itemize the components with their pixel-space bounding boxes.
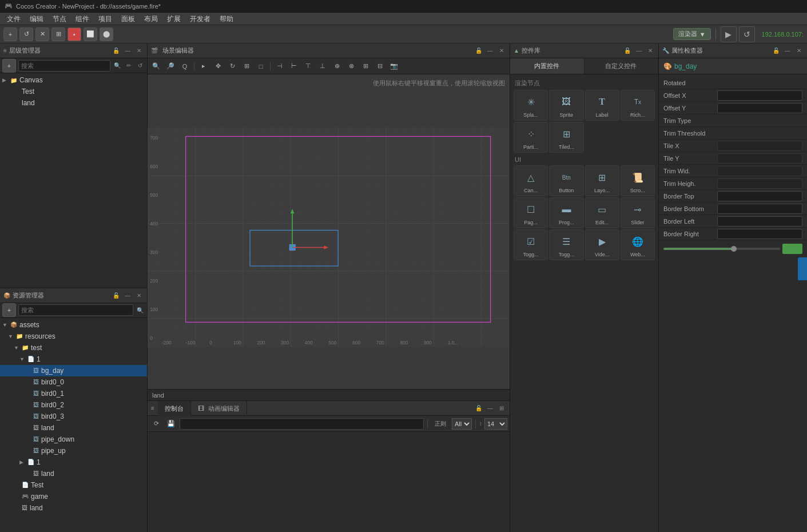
assets-test-node[interactable]: ▼ 📁 test: [0, 342, 147, 354]
comp-particle[interactable]: ⁘ Parti...: [514, 122, 548, 153]
tree-canvas[interactable]: ▶ 📁 Canvas: [0, 74, 147, 86]
comp-tiled[interactable]: ⊞ Tiled...: [549, 122, 583, 153]
console-regex-btn[interactable]: 正则: [431, 418, 450, 430]
assets-bird2-node[interactable]: 🖼 bird0_2: [0, 399, 147, 411]
tiley-input[interactable]: [717, 153, 802, 164]
assets-minimize-btn[interactable]: —: [123, 291, 132, 300]
control-expand-btn[interactable]: ⊞: [497, 404, 506, 413]
comp-button[interactable]: Btn Button: [549, 165, 583, 196]
comp-toggle[interactable]: ☑ Togg...: [514, 229, 548, 260]
toolbar-small-btn[interactable]: ▪: [67, 27, 81, 41]
console-filter-select[interactable]: All: [452, 418, 472, 430]
assets-add-btn[interactable]: +: [2, 303, 16, 317]
comp-lib-tab-builtin[interactable]: 内置控件: [510, 58, 585, 74]
comp-sprite[interactable]: 🖼 Sprite: [549, 90, 583, 121]
assets-1b-node[interactable]: ▶ 📄 1: [0, 456, 147, 468]
offsety-input[interactable]: [717, 103, 802, 113]
comp-canvas[interactable]: △ Can...: [514, 165, 548, 196]
control-unlock-btn[interactable]: 🔓: [474, 404, 483, 413]
move-btn[interactable]: ✥: [212, 60, 224, 73]
bordertop-input[interactable]: [717, 191, 802, 201]
assets-close-btn[interactable]: ✕: [134, 291, 144, 300]
assets-bird0-node[interactable]: 🖼 bird0_0: [0, 376, 147, 388]
comp-webview[interactable]: 🌐 Web...: [621, 229, 655, 260]
menu-layout[interactable]: 布局: [140, 13, 162, 25]
borderbottom-input[interactable]: [717, 204, 802, 214]
comp-edit[interactable]: ▭ Edit...: [585, 197, 619, 228]
control-minimize-btn[interactable]: —: [486, 404, 495, 413]
align-bottom-btn[interactable]: ⊥: [316, 60, 329, 73]
assets-pipeup-node[interactable]: 🖼 pipe_up: [0, 445, 147, 456]
slider-value-input[interactable]: 0.6: [782, 244, 802, 254]
align-hcenter-btn[interactable]: ⊕: [331, 60, 343, 73]
assets-game-node[interactable]: 🎮 game: [0, 491, 147, 502]
tree-test[interactable]: Test: [0, 86, 147, 97]
comp-togglegroup[interactable]: ☰ Togg...: [549, 229, 583, 260]
hierarchy-search-input[interactable]: [18, 60, 110, 72]
comp-lib-tab-custom[interactable]: 自定义控件: [585, 58, 659, 74]
inspector-unlock-btn[interactable]: 🔓: [772, 46, 781, 55]
tree-land[interactable]: land: [0, 97, 147, 109]
scene-close-btn[interactable]: ✕: [497, 46, 506, 55]
assets-pipedown-node[interactable]: 🖼 pipe_down: [0, 434, 147, 445]
assets-land2-node[interactable]: 🖼 land: [0, 468, 147, 479]
toolbar-grid-btn[interactable]: ⊞: [51, 27, 65, 41]
comp-layout[interactable]: ⊞ Layo...: [585, 165, 619, 196]
comp-lib-unlock-btn[interactable]: 🔓: [623, 46, 632, 55]
console-lines-select[interactable]: 14: [484, 418, 507, 430]
scale-btn[interactable]: ⊞: [240, 60, 253, 73]
toolbar-rect-btn[interactable]: ⬜: [84, 27, 97, 41]
align-left-btn[interactable]: ⊣: [273, 60, 286, 73]
menu-edit[interactable]: 编辑: [25, 13, 48, 25]
select-btn[interactable]: ▸: [197, 60, 210, 73]
comp-page[interactable]: ☐ Pag...: [514, 197, 548, 228]
comp-progress[interactable]: ▬ Prog...: [549, 197, 583, 228]
tilex-input[interactable]: [717, 141, 802, 151]
inspector-right-expand-btn[interactable]: [798, 257, 807, 280]
zoom-in-btn[interactable]: 🔎: [164, 60, 177, 73]
refresh-button[interactable]: ↺: [739, 26, 755, 42]
inspector-close-btn[interactable]: ✕: [794, 46, 804, 55]
comp-lib-minimize-btn[interactable]: —: [634, 46, 643, 55]
assets-land-node[interactable]: 🖼 land: [0, 422, 147, 434]
toolbar-add-btn[interactable]: +: [3, 27, 17, 41]
menu-node[interactable]: 节点: [48, 13, 71, 25]
menu-dev[interactable]: 开发者: [185, 13, 215, 25]
comp-slider[interactable]: ⊸ Slider: [621, 197, 655, 228]
comp-scroll[interactable]: 📜 Scro...: [621, 165, 655, 196]
comp-video[interactable]: ▶ Vide...: [585, 229, 619, 260]
grid-btn[interactable]: ⊟: [373, 60, 386, 73]
rotate-btn[interactable]: ↻: [226, 60, 238, 73]
scene-unlock-btn[interactable]: 🔓: [474, 46, 483, 55]
zoom-fit-btn[interactable]: 🔍: [150, 60, 162, 73]
console-save-btn[interactable]: 💾: [165, 418, 177, 430]
align-top-btn[interactable]: ⊤: [302, 60, 315, 73]
menu-panel[interactable]: 面板: [117, 13, 140, 25]
hierarchy-unlock-btn[interactable]: 🔓: [112, 46, 121, 55]
align-vcenter-btn[interactable]: ⊗: [345, 60, 357, 73]
hierarchy-minimize-btn[interactable]: —: [123, 46, 132, 55]
zoom-reset-btn[interactable]: Q: [178, 60, 191, 73]
menu-extension[interactable]: 扩展: [162, 13, 185, 25]
assets-1-node[interactable]: ▼ 📄 1: [0, 354, 147, 365]
assets-unlock-btn[interactable]: 🔓: [112, 291, 121, 300]
menu-project[interactable]: 项目: [94, 13, 117, 25]
assets-bird3-node[interactable]: 🖼 bird0_3: [0, 411, 147, 422]
console-search-input[interactable]: [180, 418, 424, 430]
toolbar-refresh-btn[interactable]: ↺: [19, 27, 33, 41]
assets-testfile-node[interactable]: 📄 Test: [0, 479, 147, 491]
play-button[interactable]: ▶: [721, 26, 737, 42]
comp-label[interactable]: T Label: [585, 90, 619, 121]
slider-track[interactable]: [663, 248, 780, 250]
renderer-dropdown[interactable]: 渲染器 ▼: [673, 28, 711, 40]
snap-btn[interactable]: ⊞: [359, 60, 372, 73]
assets-bird1-node[interactable]: 🖼 bird0_1: [0, 388, 147, 399]
scene-viewport[interactable]: 使用鼠标右键平移视窗重点，使用滚轮缩放视图: [148, 74, 510, 400]
rect-btn[interactable]: □: [255, 60, 267, 73]
assets-assets-node[interactable]: ▼ 📦 assets: [0, 319, 147, 331]
toolbar-circle-btn[interactable]: ⬤: [100, 27, 113, 41]
menu-file[interactable]: 文件: [2, 13, 25, 25]
borderleft-input[interactable]: [717, 216, 802, 227]
toolbar-close-btn[interactable]: ✕: [35, 27, 49, 41]
comp-lib-close-btn[interactable]: ✕: [646, 46, 655, 55]
